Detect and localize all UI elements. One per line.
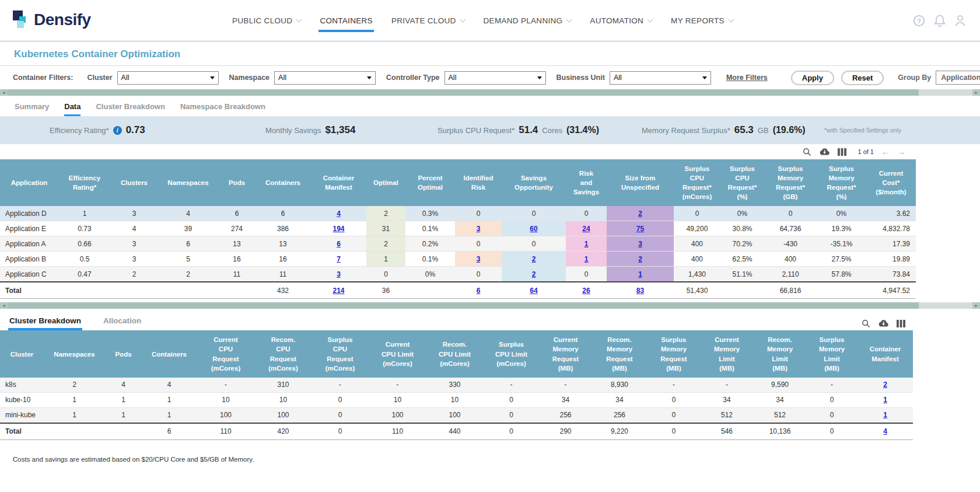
search-icon[interactable] (803, 148, 811, 156)
search-icon[interactable] (862, 319, 870, 328)
cell-link[interactable]: 194 (332, 225, 344, 233)
column-header[interactable]: Surplus CPU Request* (mCores) (674, 159, 720, 206)
horizontal-scrollbar[interactable]: ◂ ▸ (0, 302, 980, 309)
apply-button[interactable]: Apply (791, 71, 834, 85)
horizontal-scrollbar[interactable]: ◂ ▸ (0, 89, 980, 96)
tab-allocation[interactable]: Allocation (103, 316, 141, 330)
column-header[interactable]: Containers (255, 159, 311, 206)
column-header[interactable]: Cluster (0, 330, 44, 377)
nav-item-public-cloud[interactable]: PUBLIC CLOUD (232, 12, 301, 30)
column-header[interactable]: Current Memory Limit (MB) (700, 330, 754, 377)
cell-link[interactable]: 26 (582, 287, 590, 295)
column-header[interactable]: Recom. CPU Limit (mCores) (426, 330, 483, 377)
nav-item-demand-planning[interactable]: DEMAND PLANNING (484, 12, 572, 30)
controller-type-filter-select[interactable]: All (444, 71, 546, 85)
notifications-icon[interactable] (934, 14, 946, 27)
cell-link[interactable]: 3 (477, 225, 481, 233)
next-page-icon[interactable]: → (897, 148, 905, 156)
scroll-right-arrow-icon[interactable]: ▸ (972, 302, 980, 309)
cell-link[interactable]: 1 (883, 396, 887, 404)
column-header[interactable]: Clusters (111, 159, 158, 206)
column-header[interactable]: Pods (105, 330, 142, 377)
scroll-left-arrow-icon[interactable]: ◂ (0, 89, 8, 96)
cell-link[interactable]: 2 (638, 255, 642, 263)
cluster-filter-select[interactable]: All (117, 71, 219, 85)
nav-item-containers[interactable]: CONTAINERS (320, 12, 373, 30)
cell-link[interactable]: 214 (332, 287, 344, 295)
column-header[interactable]: Optimal (366, 159, 405, 206)
column-header[interactable]: Application (0, 159, 58, 206)
column-header[interactable]: Container Manifest (858, 330, 913, 377)
column-header[interactable]: Recom. CPU Request (mCores) (255, 330, 312, 377)
column-header[interactable]: Current Memory Request (MB) (540, 330, 592, 377)
scrollbar-thumb[interactable] (8, 89, 919, 96)
scrollbar-thumb[interactable] (8, 302, 919, 309)
scrollbar-track[interactable] (919, 89, 972, 96)
export-icon[interactable] (878, 319, 889, 327)
column-header[interactable]: Surplus CPU Request (mCores) (312, 330, 369, 377)
column-header[interactable]: Recom. Memory Limit (MB) (754, 330, 806, 377)
cell-link[interactable]: 60 (530, 225, 537, 233)
cell-link[interactable]: 1 (584, 255, 589, 263)
column-header[interactable]: Surplus Memory Request* (%) (817, 159, 866, 206)
cell-link[interactable]: 3 (477, 255, 481, 263)
column-header[interactable]: Pods (219, 159, 255, 206)
nav-item-my-reports[interactable]: MY REPORTS (671, 12, 733, 30)
tab-cluster-breakdown-detail[interactable]: Cluster Breakdown (8, 316, 82, 330)
densify-logo[interactable]: Densify (13, 9, 91, 30)
column-header[interactable]: Surplus CPU Request* (%) (720, 159, 764, 206)
column-header[interactable]: Surplus Memory Request* (GB) (764, 159, 817, 206)
column-header[interactable]: Namespaces (44, 330, 105, 377)
column-header[interactable]: Percent Optimal (405, 159, 455, 206)
export-icon[interactable] (819, 148, 830, 156)
column-header[interactable]: Current Cost* ($/month) (866, 159, 916, 206)
column-header[interactable]: Surplus CPU Limit (mCores) (483, 330, 540, 377)
cell-link[interactable]: 4 (337, 210, 341, 218)
column-header[interactable]: Savings Opportunity (502, 159, 566, 206)
cell-link[interactable]: 2 (638, 210, 642, 218)
tab-summary[interactable]: Summary (15, 102, 49, 116)
column-header[interactable]: Current CPU Request (mCores) (197, 330, 255, 377)
cell-link[interactable]: 4 (883, 427, 887, 435)
tab-data[interactable]: Data (64, 102, 80, 116)
cell-link[interactable]: 2 (532, 255, 536, 263)
cell-link[interactable]: 75 (636, 225, 644, 233)
cell-link[interactable]: 3 (337, 270, 341, 278)
reset-button[interactable]: Reset (841, 71, 884, 85)
cell-link[interactable]: 1 (638, 270, 642, 278)
scroll-left-arrow-icon[interactable]: ◂ (0, 302, 8, 309)
column-header[interactable]: Surplus Memory Request (MB) (648, 330, 700, 377)
column-header[interactable]: Identified Risk (455, 159, 502, 206)
column-header[interactable]: Surplus Memory Limit (MB) (806, 330, 858, 377)
tab-namespace-breakdown[interactable]: Namespace Breakdown (180, 102, 265, 116)
namespace-filter-select[interactable]: All (274, 71, 376, 85)
column-header[interactable]: Container Manifest (311, 159, 366, 206)
group-by-input[interactable]: Application (936, 71, 980, 85)
column-header[interactable]: Containers (142, 330, 197, 377)
more-filters-link[interactable]: More Filters (726, 74, 768, 82)
help-icon[interactable]: ? (913, 15, 925, 27)
cell-link[interactable]: 24 (582, 225, 590, 233)
nav-item-automation[interactable]: AUTOMATION (590, 12, 652, 30)
column-header[interactable]: Current CPU Limit (mCores) (369, 330, 426, 377)
prev-page-icon[interactable]: ← (881, 148, 890, 156)
nav-item-private-cloud[interactable]: PRIVATE CLOUD (391, 12, 465, 30)
cell-link[interactable]: 2 (883, 381, 887, 389)
cell-link[interactable]: 83 (636, 287, 644, 295)
column-header[interactable]: Size from Unspecified (607, 159, 674, 206)
cell-link[interactable]: 6 (337, 240, 341, 248)
cell-link[interactable]: 64 (530, 287, 537, 295)
user-icon[interactable] (954, 14, 966, 27)
column-header[interactable]: Risk and Savings (566, 159, 607, 206)
column-header[interactable]: Namespaces (158, 159, 219, 206)
cell-link[interactable]: 6 (477, 287, 481, 295)
cell-link[interactable]: 7 (337, 255, 341, 263)
column-header[interactable]: Recom. Memory Request (MB) (592, 330, 648, 377)
column-header[interactable]: Efficiency Rating* (58, 159, 111, 206)
columns-icon[interactable] (897, 320, 905, 327)
scroll-right-arrow-icon[interactable]: ▸ (972, 89, 980, 96)
scrollbar-track[interactable] (919, 302, 972, 309)
business-unit-filter-select[interactable]: All (610, 71, 711, 85)
info-icon[interactable]: i (113, 126, 122, 135)
cell-link[interactable]: 1 (584, 240, 589, 248)
